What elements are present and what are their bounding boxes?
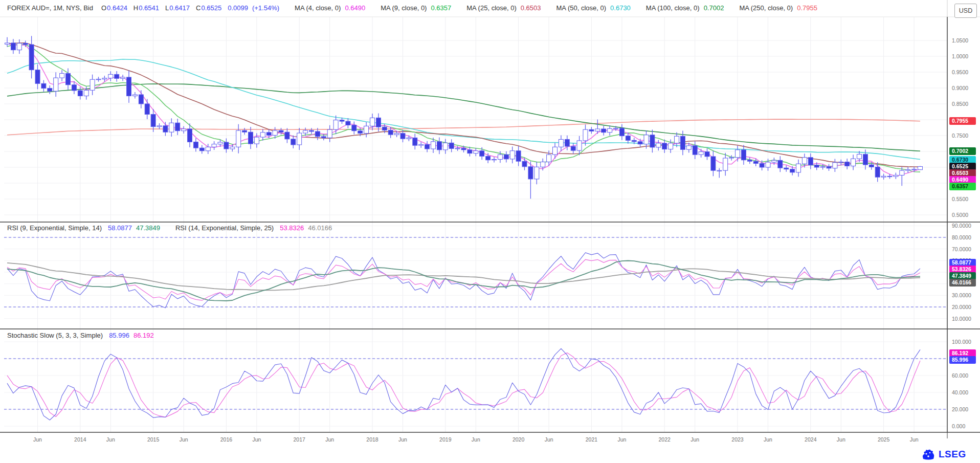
ma-legend-value: 0.6503 <box>521 4 541 12</box>
ma-legend[interactable]: MA (4, close, 0)0.6490MA (9, close, 0)0.… <box>295 4 817 12</box>
x-axis-label: Jun <box>545 436 553 443</box>
ma4-line <box>7 43 920 176</box>
high-value: 0.6541 <box>139 4 159 12</box>
x-axis-label: Jun <box>617 436 626 443</box>
change-percent: (+1.54%) <box>252 4 279 12</box>
rsi2-value: 53.8326 <box>280 224 304 232</box>
axis-tick-label: 0.9000 <box>952 85 968 91</box>
x-axis-label: 2019 <box>439 436 451 443</box>
ma-legend-value: 0.6730 <box>610 4 631 12</box>
x-axis-label: Jun <box>910 436 919 443</box>
x-axis-label: 2024 <box>805 436 816 443</box>
x-axis-label: Jun <box>691 436 699 443</box>
price-badge: 85.996 <box>949 356 976 364</box>
currency-selector-button[interactable]: USD <box>954 4 977 18</box>
axis-tick-label: 60.000 <box>952 372 968 379</box>
ma-lines-layer <box>7 43 920 177</box>
ma250-line <box>7 119 920 135</box>
x-axis-label: Jun <box>33 436 42 443</box>
x-axis-label: Jun <box>472 436 480 443</box>
rsi1-label[interactable]: RSI (9, Exponential, Simple, 14) <box>7 224 102 232</box>
price-badge: 0.7955 <box>949 117 976 125</box>
x-axis-label: 2021 <box>586 436 597 443</box>
ma-legend-value: 0.6490 <box>345 4 365 12</box>
x-axis-label: Jun <box>106 436 115 443</box>
axis-tick-label: 0.5000 <box>952 212 968 218</box>
close-value: 0.6525 <box>201 4 221 12</box>
ma-legend-label[interactable]: MA (100, close, 0) <box>646 4 700 12</box>
axis-tick-label: 100.000 <box>952 339 971 345</box>
x-axis-label: Jun <box>325 436 334 443</box>
rsi1-ma-value: 47.3849 <box>136 224 160 232</box>
x-axis-label: 2018 <box>366 436 378 443</box>
ma9-line <box>7 45 920 172</box>
ma-legend-label[interactable]: MA (50, close, 0) <box>556 4 607 12</box>
stoch-label[interactable]: Stochastic Slow (5, 3, 3, Simple) <box>7 332 103 339</box>
axis-tick-label: 20.000 <box>952 406 968 412</box>
high-label: H <box>133 4 138 12</box>
x-axis-label: 2022 <box>659 436 671 443</box>
rsi2-ma-value: 46.0166 <box>308 224 332 232</box>
x-axis-label: 2015 <box>147 436 159 443</box>
axis-tick-label: 1.0000 <box>952 53 968 59</box>
low-label: L <box>165 4 169 12</box>
axis-tick-label: 20.0000 <box>952 304 971 310</box>
ma-legend-label[interactable]: MA (4, close, 0) <box>295 4 341 12</box>
main-legend[interactable]: FOREX AUD=, 1M, NYS, Bid O0.6424 H0.6541… <box>7 4 817 12</box>
x-axis-label: Jun <box>252 436 261 443</box>
axis-tick-label: 0.5500 <box>952 196 968 202</box>
close-label: C <box>196 4 201 12</box>
open-label: O <box>101 4 106 12</box>
x-axis-label: 2025 <box>878 436 889 443</box>
rsi2-label[interactable]: RSI (14, Exponential, Simple, 25) <box>175 224 274 232</box>
axis-tick-label: 0.9500 <box>952 69 968 75</box>
axis-tick-label: 0.000 <box>952 423 965 429</box>
axis-tick-label: 10.0000 <box>952 316 971 322</box>
ma-legend-label[interactable]: MA (250, close, 0) <box>739 4 793 12</box>
lseg-lion-crest-icon <box>921 448 936 460</box>
axis-tick-label: 80.0000 <box>952 234 971 240</box>
change-value: 0.0099 <box>228 4 248 12</box>
axis-tick-label: 40.000 <box>952 389 968 395</box>
x-axis-label: 2023 <box>731 436 743 443</box>
price-badge: 46.0166 <box>949 279 976 286</box>
stoch-legend[interactable]: Stochastic Slow (5, 3, 3, Simple) 85.996… <box>7 332 154 339</box>
axis-tick-label: 0.8500 <box>952 101 968 107</box>
x-axis-label: Jun <box>180 436 188 443</box>
ma-legend-label[interactable]: MA (25, close, 0) <box>466 4 517 12</box>
x-axis-label: 2017 <box>294 436 305 443</box>
chart-application: FOREX AUD=, 1M, NYS, Bid O0.6424 H0.6541… <box>0 0 980 463</box>
rsi-legend[interactable]: RSI (9, Exponential, Simple, 14) 58.0877… <box>7 224 332 232</box>
x-axis-label: Jun <box>764 436 772 443</box>
ma-legend-value: 0.7002 <box>704 4 724 12</box>
x-axis-label: 2016 <box>220 436 232 443</box>
x-axis-label: Jun <box>398 436 407 443</box>
axis-tick-label: 0.7500 <box>952 133 968 139</box>
x-axis-label: 2020 <box>513 436 524 443</box>
price-badge: 0.6357 <box>949 183 976 190</box>
ma100-line <box>7 84 920 151</box>
axis-tick-label: 90.0000 <box>952 223 971 229</box>
rsi1-value: 58.0877 <box>108 224 132 232</box>
lseg-branding: LSEG <box>921 448 966 460</box>
axis-tick-label: 1.0500 <box>952 37 968 43</box>
open-value: 0.6424 <box>107 4 127 12</box>
price-badge: 0.7002 <box>949 147 976 155</box>
stoch-k-value: 85.996 <box>109 332 129 339</box>
ma-legend-value: 0.6357 <box>431 4 451 12</box>
x-axis-label: 2014 <box>74 436 86 443</box>
rsi-lines-layer <box>7 253 920 308</box>
ma-legend-value: 0.7955 <box>797 4 817 12</box>
stoch-d-value: 86.192 <box>133 332 154 339</box>
x-axis-label: Jun <box>837 436 845 443</box>
logo-text: LSEG <box>939 449 966 460</box>
axis-tick-label: 70.0000 <box>952 246 971 252</box>
low-value: 0.6417 <box>169 4 190 12</box>
axis-tick-label: 30.0000 <box>952 292 971 298</box>
instrument-title[interactable]: FOREX AUD=, 1M, NYS, Bid <box>7 4 93 12</box>
ma-legend-label[interactable]: MA (9, close, 0) <box>381 4 427 12</box>
panel-borders <box>0 0 980 438</box>
